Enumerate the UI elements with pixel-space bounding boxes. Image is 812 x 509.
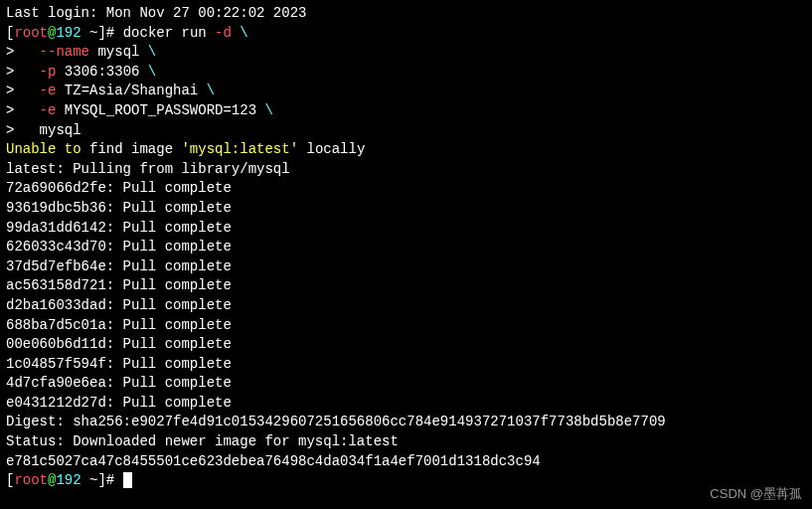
pulling-line: latest: Pulling from library/mysql	[6, 160, 806, 180]
pull-layer: e0431212d27d: Pull complete	[6, 394, 806, 414]
prompt-cont-env2: > -e MYSQL_ROOT_PASSWORD=123 \	[6, 101, 806, 121]
pull-layer: 93619dbc5b36: Pull complete	[6, 199, 806, 219]
pull-layer: 1c04857f594f: Pull complete	[6, 355, 806, 375]
pull-layer: 4d7cfa90e6ea: Pull complete	[6, 374, 806, 394]
prompt-line-1: [root@192 ~]# docker run -d \	[6, 24, 806, 44]
prompt-cont-image: > mysql	[6, 121, 806, 141]
prompt-host: 192	[56, 25, 81, 41]
status-line: Status: Downloaded newer image for mysql…	[6, 432, 806, 452]
pull-layer: d2ba16033dad: Pull complete	[6, 296, 806, 316]
prompt-line-end[interactable]: [root@192 ~]#	[6, 471, 806, 491]
cursor	[123, 472, 132, 488]
watermark: CSDN @墨苒孤	[710, 485, 802, 503]
last-login: Last login: Mon Nov 27 00:22:02 2023	[6, 4, 806, 24]
pull-layer: 00e060b6d11d: Pull complete	[6, 335, 806, 355]
digest-line: Digest: sha256:e9027fe4d91c0153429607251…	[6, 413, 806, 432]
pull-layer: 72a69066d2fe: Pull complete	[6, 179, 806, 199]
pull-layer: ac563158d721: Pull complete	[6, 276, 806, 296]
pull-layer: 688ba7d5c01a: Pull complete	[6, 316, 806, 336]
prompt-cont-env1: > -e TZ=Asia/Shanghai \	[6, 82, 806, 101]
cmd-docker: docker run	[123, 25, 215, 41]
pull-layer: 99da31dd6142: Pull complete	[6, 219, 806, 239]
prompt-user: root	[14, 25, 48, 41]
prompt-cont-name: > --name mysql \	[6, 43, 806, 63]
pull-layer: 626033c43d70: Pull complete	[6, 238, 806, 257]
prompt-cont-port: > -p 3306:3306 \	[6, 63, 806, 83]
container-id: e781c5027ca47c8455501ce623debea76498c4da…	[6, 452, 806, 472]
pull-layer: 37d5d7efb64e: Pull complete	[6, 257, 806, 277]
unable-line: Unable to find image 'mysql:latest' loca…	[6, 140, 806, 160]
terminal-output[interactable]: Last login: Mon Nov 27 00:22:02 2023 [ro…	[6, 4, 806, 491]
